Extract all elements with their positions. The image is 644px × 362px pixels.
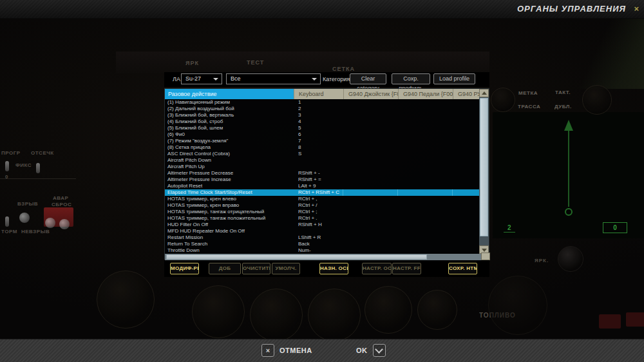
table-row[interactable]: HUD Filter On OffRShift + H: [165, 222, 479, 228]
red-panel-block: [599, 314, 621, 329]
table-row[interactable]: (3) Ближний бой, вертикаль3: [165, 112, 479, 119]
panel-label-test: ТЕСТ: [247, 59, 264, 66]
binding-cell: Num-: [294, 247, 343, 254]
binding-cell: [343, 106, 398, 112]
table-row[interactable]: (5) Ближний бой, шлем5: [165, 125, 479, 131]
aircraft-select-value: Su-27: [185, 75, 201, 82]
brightness-knob: [558, 246, 583, 272]
table-row[interactable]: Restart MissionLShift + R: [165, 234, 479, 241]
table-row[interactable]: HOTAS триммер, тангаж положительныйRCtrl…: [165, 215, 479, 222]
instrument-gauge: [97, 271, 155, 329]
titlebar: ОРГАНЫ УПРАВЛЕНИЯ ×: [0, 0, 644, 19]
table-row[interactable]: Throttle DownNum-: [165, 247, 479, 254]
clear-category-button[interactable]: Clear category: [350, 73, 386, 84]
save-profile-button[interactable]: Сохр. профиль: [392, 73, 430, 84]
triangle-down-icon: [482, 249, 487, 252]
column-header-pedals[interactable]: G940 Педали {F00F: [398, 89, 453, 99]
cockpit-panel: [116, 52, 489, 73]
aircraft-select[interactable]: Su-27: [181, 73, 222, 84]
binding-cell: [398, 138, 453, 144]
left-label-sbros: СБРОС: [52, 202, 71, 207]
table-row[interactable]: Autopilot ResetLAlt + 9: [165, 183, 479, 189]
instrument-gauge: [417, 290, 457, 330]
table-row[interactable]: MFD HUD Repeater Mode On Off: [165, 228, 479, 234]
scroll-right-button[interactable]: [481, 252, 490, 260]
instrument-gauge: [308, 289, 361, 341]
load-profile-button[interactable]: Load profile: [433, 73, 475, 84]
clear-button[interactable]: ОЧИСТИТЬ: [242, 263, 270, 274]
action-cell: ASC Direct Control (Cobra): [165, 151, 294, 157]
assign-axis-button[interactable]: НАЗН. ОСИ: [319, 263, 348, 274]
binding-cell: [343, 125, 398, 131]
ff-tune-button[interactable]: НАСТР. FF: [392, 263, 421, 274]
table-row[interactable]: Altimeter Pressure DecreaseRShift + -: [165, 170, 479, 176]
binding-cell: [398, 125, 453, 131]
ok-button[interactable]: OK: [356, 344, 386, 357]
modifiers-button[interactable]: МОДИФ-РЫ: [170, 263, 199, 274]
binding-cell: [343, 247, 398, 254]
category-select[interactable]: Все: [226, 73, 321, 84]
binding-cell: LShift + R: [294, 234, 343, 241]
binding-cell: [343, 228, 398, 234]
binding-cell: 7: [294, 138, 343, 144]
table-row[interactable]: (7) Режим "воздух-земля"7: [165, 138, 479, 144]
switch-cap: [19, 213, 30, 223]
add-button[interactable]: ДОБ: [209, 263, 241, 274]
vertical-scrollbar[interactable]: [479, 89, 489, 254]
round-port: [491, 88, 515, 112]
scroll-up-button[interactable]: [479, 89, 489, 97]
table-row[interactable]: (4) Ближний бой, строб4: [165, 119, 479, 125]
action-cell: (3) Ближний бой, вертикаль: [165, 112, 294, 119]
action-cell: (5) Ближний бой, шлем: [165, 125, 294, 131]
binding-cell: 2: [294, 106, 343, 112]
switch-cap: [45, 218, 55, 228]
action-cell: Restart Mission: [165, 234, 294, 241]
table-row[interactable]: Aircraft Pitch Down: [165, 157, 479, 164]
binding-cell: [294, 228, 343, 234]
table-row[interactable]: (2) Дальний воздушный бой2: [165, 106, 479, 112]
horizontal-scroll-thumb[interactable]: [166, 254, 427, 260]
default-button[interactable]: УМОЛЧ.: [272, 263, 300, 274]
binding-cell: [453, 138, 479, 144]
table-row[interactable]: Elapsed Time Clock Start/Stop/ResetRCtrl…: [165, 189, 479, 196]
table-row[interactable]: HOTAS триммер, крен влевоRCtrl + ,: [165, 196, 479, 202]
binding-cell: [453, 196, 479, 202]
table-row[interactable]: Return To SearchBack: [165, 241, 479, 247]
cancel-label: ОТМЕНА: [279, 347, 312, 354]
binding-cell: S: [294, 151, 343, 157]
ok-chevron-icon: [373, 344, 386, 357]
binding-cell: [398, 144, 453, 151]
save-html-button[interactable]: СОХР. HTML: [448, 263, 477, 274]
table-row[interactable]: ASC Direct Control (Cobra)S: [165, 151, 479, 157]
vertical-scroll-thumb[interactable]: [480, 98, 488, 236]
binding-cell: [453, 106, 479, 112]
table-row[interactable]: (6) Фи06: [165, 131, 479, 138]
binding-cell: [398, 209, 453, 215]
close-icon[interactable]: ×: [634, 4, 639, 14]
table-row[interactable]: HOTAS триммер, крен вправоRCtrl + /: [165, 202, 479, 209]
binding-cell: [343, 209, 398, 215]
knob-label-yark: ЯРК.: [535, 258, 549, 263]
table-row[interactable]: HOTAS триммер, тангаж отрицательныйRCtrl…: [165, 209, 479, 215]
horizontal-scrollbar[interactable]: [165, 254, 490, 260]
column-header-joystick[interactable]: G940 Джойстик {F0: [343, 89, 398, 99]
table-header: Разовое действие Keyboard G940 Джойстик …: [165, 89, 479, 99]
column-header-keyboard[interactable]: Keyboard: [294, 89, 343, 99]
action-cell: HOTAS триммер, крен влево: [165, 196, 294, 202]
cancel-button[interactable]: × ОТМЕНА: [261, 344, 312, 357]
binding-cell: [453, 176, 479, 183]
column-header-throttle[interactable]: G940 РУД {F0C: [453, 89, 479, 99]
table-row[interactable]: (8) Сетка прицела8: [165, 144, 479, 151]
table-row[interactable]: Aircraft Pitch Up: [165, 164, 479, 170]
axis-tune-button[interactable]: НАСТР. ОСИ: [362, 263, 392, 274]
table-row[interactable]: (1) Навигационный режим1: [165, 99, 479, 106]
binding-cell: [453, 189, 479, 196]
binding-cell: [453, 144, 479, 151]
column-header-action[interactable]: Разовое действие: [165, 89, 294, 99]
binding-cell: [453, 157, 479, 164]
binding-cell: RShift + =: [294, 176, 343, 183]
binding-cell: [398, 112, 453, 119]
binding-cell: [343, 99, 398, 106]
action-cell: Altimeter Pressure Decrease: [165, 170, 294, 176]
table-row[interactable]: Altimeter Pressure IncreaseRShift + =: [165, 176, 479, 183]
